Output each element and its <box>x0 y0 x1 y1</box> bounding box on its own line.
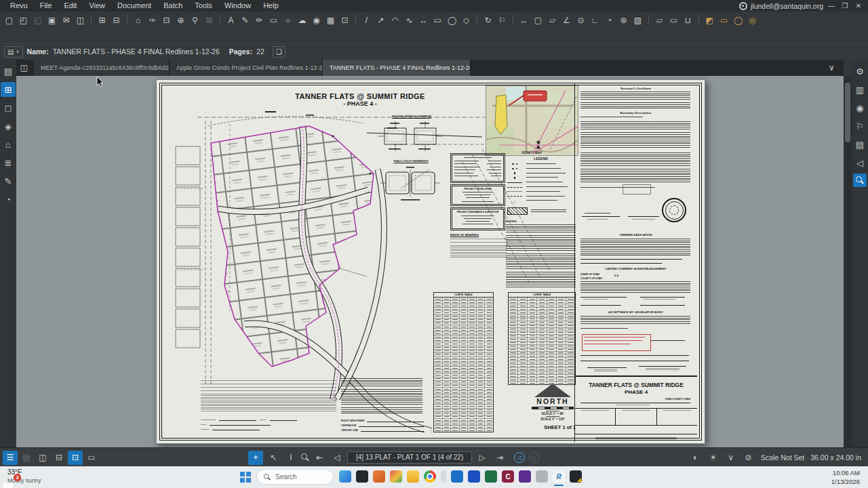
brightness-button[interactable]: ☀ <box>707 451 719 464</box>
stamp-button[interactable]: ◉ <box>310 14 323 26</box>
app-code[interactable] <box>570 470 582 483</box>
panel-bookmarks[interactable]: ◻ <box>1 100 16 115</box>
arrow-tool-button[interactable]: ↗ <box>374 14 387 26</box>
menu-tools[interactable]: Tools <box>189 0 218 12</box>
lasso-button[interactable]: ✑ <box>146 14 159 26</box>
visual-search-button[interactable]: ◎ <box>746 14 759 26</box>
previous-page-button[interactable]: ◁ <box>330 451 344 465</box>
select-tool-button[interactable]: ↖ <box>266 451 281 465</box>
start-button[interactable] <box>240 472 251 483</box>
select-text-button[interactable]: I <box>283 451 298 465</box>
spaces-button[interactable]: ⊔ <box>682 14 694 26</box>
compare-documents-button[interactable]: ▭ <box>84 451 99 465</box>
app-revu[interactable]: R <box>553 470 565 483</box>
dock-panels-button[interactable]: ▤ <box>19 451 34 465</box>
ellipse-markup-button[interactable]: ○ <box>281 14 294 26</box>
panel-markups-list[interactable]: ≣ <box>1 155 16 170</box>
dynamic-fill-button[interactable]: ⊛ <box>617 14 630 26</box>
studio-go-button[interactable]: ◯ <box>732 14 745 26</box>
document-canvas[interactable]: TANNER FLATS @ SUMMIT RIDGE - PHASE 4 - <box>16 76 844 447</box>
print-button[interactable]: ▣ <box>45 14 58 26</box>
studio-project-button[interactable]: ▭ <box>717 14 730 26</box>
panel-spaces[interactable]: ◉ <box>852 100 867 115</box>
save-file-button[interactable]: ◱ <box>31 14 44 26</box>
previous-view-button[interactable]: ◁ <box>514 452 525 463</box>
redline-markup-note[interactable] <box>582 334 651 351</box>
app-music[interactable] <box>519 470 531 483</box>
last-page-button[interactable]: ⇥ <box>492 451 507 465</box>
highlighter-button[interactable]: ✏ <box>253 14 266 26</box>
app-snip[interactable] <box>536 470 548 483</box>
insert-pages-button[interactable]: ⊞ <box>96 14 108 26</box>
polyline-tool-button[interactable]: ∿ <box>403 14 416 26</box>
first-page-button[interactable]: ⇤ <box>312 451 327 465</box>
file-menu-dropdown[interactable]: ▤ ∨ <box>4 46 23 58</box>
extract-pages-button[interactable]: ⊟ <box>110 14 123 26</box>
tab-list-button[interactable]: ∨ <box>825 61 838 74</box>
panel-signatures[interactable]: ✎ <box>1 174 16 188</box>
scrollbar-thumb[interactable] <box>845 83 850 142</box>
next-view-button[interactable]: ▷ <box>529 452 540 463</box>
side-panel-button[interactable]: ◫ <box>74 14 87 26</box>
callout-button[interactable]: ▭ <box>267 14 280 26</box>
cloud-button[interactable]: ☁ <box>296 14 309 26</box>
account-area[interactable]: jlundell@santaquin.org <box>739 0 823 12</box>
panel-properties[interactable]: ⚙ <box>852 64 867 79</box>
open-file-button[interactable]: ◰ <box>17 14 30 26</box>
app-chrome[interactable] <box>424 470 436 483</box>
panel-tool-chest[interactable]: ⌂ <box>1 137 16 152</box>
close-button[interactable]: ✕ <box>852 0 865 12</box>
tab-apple-grove[interactable]: Apple Grove Condo Project Civil Plan Red… <box>170 60 323 76</box>
panel-thumbnails[interactable]: ⊞ <box>1 82 16 97</box>
menu-window[interactable]: Window <box>218 0 257 12</box>
tab-tanner-flats[interactable]: TANNER FLATS - PHASE 4 FINAL Redlines 1-… <box>323 60 471 76</box>
app-store[interactable] <box>373 470 385 483</box>
page-field[interactable]: [4] 13 PLAT - PLAT 1 OF 1 (4 of 22) <box>347 451 472 464</box>
place-flag-button[interactable]: ⚐ <box>496 14 509 26</box>
menu-edit[interactable]: Edit <box>58 0 83 12</box>
app-excel[interactable] <box>485 470 497 483</box>
split-horizontal-button[interactable]: ⊟ <box>52 451 66 465</box>
panel-tags[interactable]: ◁ <box>852 155 867 170</box>
arc-tool-button[interactable]: ◠ <box>389 14 401 26</box>
app-photos[interactable] <box>339 470 351 483</box>
panel-attachments[interactable]: ▤ <box>852 137 867 152</box>
measure-area-button[interactable]: ▢ <box>532 14 545 26</box>
weather-widget[interactable]: 3 33°F Mostly sunny <box>4 468 41 484</box>
tab-meet-agenda[interactable]: MEET-Agenda-c2933311a5c6436c8ff0c8db6d28… <box>34 60 170 76</box>
dimension-tool-button[interactable]: ↔ <box>417 14 430 26</box>
app-teams[interactable] <box>441 470 446 483</box>
count-tool-button[interactable]: ⊙ <box>574 14 587 26</box>
taskbar-clock[interactable]: 10:06 AM 1/13/2026 <box>831 469 860 487</box>
panel-search[interactable] <box>853 174 867 187</box>
color-mode-button[interactable]: ◐ <box>689 451 702 464</box>
panel-hyperlinks[interactable]: ◔ <box>1 192 16 207</box>
image-button[interactable]: ▦ <box>324 14 337 26</box>
app-c[interactable]: C <box>502 470 514 483</box>
line-tool-button[interactable]: / <box>360 14 373 26</box>
split-view-button[interactable]: ◫ <box>18 61 31 74</box>
measure-perimeter-button[interactable]: ▱ <box>546 14 559 26</box>
page-setup-button[interactable]: ❏ <box>273 46 285 58</box>
crop-pages-button[interactable]: ▭ <box>667 14 680 26</box>
measure-arc-button[interactable]: ◔ <box>603 14 616 26</box>
app-paint[interactable] <box>390 470 402 483</box>
measure-corner-button[interactable]: ∟ <box>589 14 601 26</box>
menu-help[interactable]: Help <box>257 0 285 12</box>
disable-line-weights-button[interactable]: ⊘ <box>742 451 755 464</box>
pan-tool-button[interactable]: + <box>248 451 263 465</box>
next-page-button[interactable]: ▷ <box>475 451 490 465</box>
snapshot-view-button[interactable]: ▱ <box>653 14 666 26</box>
measure-angle-button[interactable]: ∠ <box>560 14 573 26</box>
form-field-button[interactable]: ⊡ <box>160 14 173 26</box>
brightness-expand-button[interactable]: ∨ <box>724 451 737 464</box>
new-document-button[interactable]: ▢ <box>3 14 16 26</box>
tool-chest-button[interactable]: ⌂ <box>132 14 144 26</box>
vertical-scrollbar[interactable] <box>844 76 852 447</box>
rotate-view-button[interactable]: ↻ <box>481 14 494 26</box>
scale-status[interactable]: Scale Not Set <box>761 453 804 462</box>
file-explorer[interactable] <box>407 470 419 483</box>
attachment-button[interactable]: ⚲ <box>189 14 201 26</box>
measure-volume-button[interactable]: ▨ <box>631 14 644 26</box>
app-outlook[interactable] <box>451 470 463 483</box>
